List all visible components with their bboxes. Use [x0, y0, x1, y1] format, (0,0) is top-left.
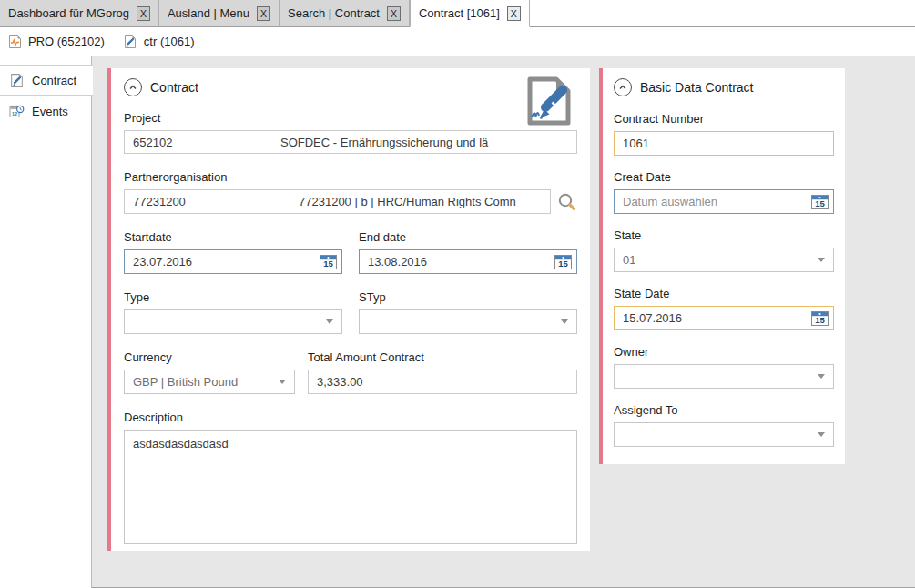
calendar-icon[interactable]	[811, 195, 829, 209]
contract-document-pen-icon	[521, 76, 577, 127]
currency-value: GBP | British Pound	[133, 375, 238, 389]
partner-row: 77231200 77231200 | b | HRC/Human Rights…	[124, 189, 577, 214]
basic-data-panel: Basic Data Contract Contract Number Crea…	[599, 68, 845, 464]
tab-label: Search | Contract	[288, 6, 380, 20]
type-label: Type	[124, 290, 342, 304]
collapse-button[interactable]	[614, 78, 632, 96]
calendar-icon[interactable]	[320, 255, 337, 269]
close-icon[interactable]: X	[507, 6, 521, 21]
chevron-down-icon	[279, 380, 286, 384]
panel-title: Basic Data Contract	[640, 80, 754, 95]
sidebar-item-events[interactable]: 12 Events	[0, 96, 91, 127]
panel-accent-bar	[107, 68, 111, 551]
calendar-clock-icon: 12	[9, 104, 25, 118]
chevron-down-icon	[818, 374, 825, 379]
document-edit-icon	[9, 73, 25, 88]
date-inputs-row	[124, 249, 577, 274]
project-code: 652102	[133, 136, 280, 149]
chevron-down-icon	[326, 319, 333, 324]
enddate-field	[359, 249, 577, 274]
assigend-to-label: Assigend To	[614, 403, 834, 417]
main-region: Contract Project 652102 SOFDEC - Ernähru…	[0, 56, 915, 588]
svg-text:12: 12	[12, 111, 17, 117]
tab-label: Ausland | Menu	[168, 6, 249, 20]
calendar-icon[interactable]	[811, 311, 829, 326]
tab-dashboard[interactable]: Dashboard für MGorog X	[0, 0, 159, 27]
startdate-input[interactable]	[133, 255, 316, 269]
description-label: Description	[124, 411, 577, 424]
state-combobox[interactable]: 01	[614, 248, 834, 272]
styp-combobox[interactable]	[359, 309, 577, 334]
total-amount-label: Total Amount Contract	[308, 350, 577, 364]
currency-labels-row: Currency Total Amount Contract	[124, 334, 577, 370]
collapse-button[interactable]	[124, 78, 142, 96]
tab-contract-1061[interactable]: Contract [1061] X	[410, 0, 530, 27]
state-value: 01	[623, 253, 635, 267]
total-amount-input[interactable]	[317, 375, 568, 389]
close-icon[interactable]: X	[387, 6, 401, 21]
basic-data-panel-header: Basic Data Contract	[614, 77, 834, 97]
panel-title: Contract	[150, 80, 198, 95]
sidebar-item-label: Events	[32, 105, 68, 118]
document-pulse-icon	[8, 35, 22, 49]
contract-number-field	[614, 131, 834, 156]
chevron-up-icon	[127, 82, 138, 93]
enddate-input[interactable]	[368, 255, 551, 269]
panel-accent-bar	[599, 68, 603, 464]
startdate-field	[124, 249, 342, 274]
close-icon[interactable]: X	[257, 6, 270, 21]
styp-label: STyp	[359, 290, 577, 304]
chevron-up-icon	[617, 82, 628, 93]
document-edit-icon	[123, 35, 137, 49]
currency-combobox[interactable]: GBP | British Pound	[124, 370, 295, 394]
chevron-down-icon	[818, 258, 825, 262]
tab-strip-filler	[530, 0, 915, 27]
partner-label: Partnerorganisation	[124, 170, 577, 184]
type-combobox[interactable]	[124, 309, 342, 334]
state-date-field	[614, 306, 834, 330]
type-inputs-row	[124, 309, 577, 334]
state-date-label: State Date	[614, 287, 834, 300]
sidebar-item-contract[interactable]: Contract	[0, 65, 93, 96]
project-name: SOFDEC - Ernährungssicherung und lä	[280, 136, 568, 149]
assigend-to-combobox[interactable]	[614, 422, 834, 447]
breadcrumb-label: ctr (1061)	[144, 35, 195, 48]
breadcrumb-item-ctr[interactable]: ctr (1061)	[123, 35, 195, 49]
tab-label: Dashboard für MGorog	[8, 6, 129, 20]
owner-label: Owner	[614, 345, 834, 359]
chevron-down-icon	[818, 432, 825, 437]
project-field[interactable]: 652102 SOFDEC - Ernährungssicherung und …	[124, 130, 577, 154]
tab-ausland-menu[interactable]: Ausland | Menu X	[159, 0, 280, 27]
enddate-label: End date	[359, 230, 577, 244]
contract-panel: Contract Project 652102 SOFDEC - Ernähru…	[107, 68, 590, 551]
sidebar-item-label: Contract	[32, 74, 76, 87]
partner-name: 77231200 | b | HRC/Human Rights Comn	[299, 195, 542, 208]
total-amount-field	[308, 370, 577, 394]
creat-date-input[interactable]	[623, 195, 808, 208]
owner-combobox[interactable]	[614, 364, 834, 389]
breadcrumb-label: PRO (652102)	[28, 35, 105, 48]
search-icon[interactable]	[556, 191, 577, 212]
partner-field[interactable]: 77231200 77231200 | b | HRC/Human Rights…	[124, 189, 551, 214]
state-label: State	[614, 228, 834, 242]
content-area: Contract Project 652102 SOFDEC - Ernähru…	[92, 56, 915, 588]
type-labels-row: Type STyp	[124, 274, 577, 309]
chevron-down-icon	[561, 319, 568, 324]
close-icon[interactable]: X	[137, 6, 150, 21]
tab-label: Contract [1061]	[419, 6, 500, 20]
startdate-label: Startdate	[124, 230, 342, 244]
description-textarea[interactable]: asdasdasdasdasd	[124, 430, 577, 544]
contract-number-input[interactable]	[623, 137, 825, 150]
tab-search-contract[interactable]: Search | Contract X	[280, 0, 410, 27]
date-labels-row: Startdate End date	[124, 214, 577, 249]
sidebar: Contract 12 Events	[0, 56, 92, 588]
creat-date-field	[614, 189, 834, 214]
calendar-icon[interactable]	[554, 255, 572, 269]
breadcrumb: PRO (652102) ctr (1061)	[0, 27, 915, 56]
tab-strip: Dashboard für MGorog X Ausland | Menu X …	[0, 0, 915, 27]
breadcrumb-item-pro[interactable]: PRO (652102)	[8, 35, 105, 49]
currency-inputs-row: GBP | British Pound	[124, 370, 577, 394]
creat-date-label: Creat Date	[614, 170, 834, 184]
state-date-input[interactable]	[623, 311, 808, 325]
contract-number-label: Contract Number	[614, 112, 834, 126]
